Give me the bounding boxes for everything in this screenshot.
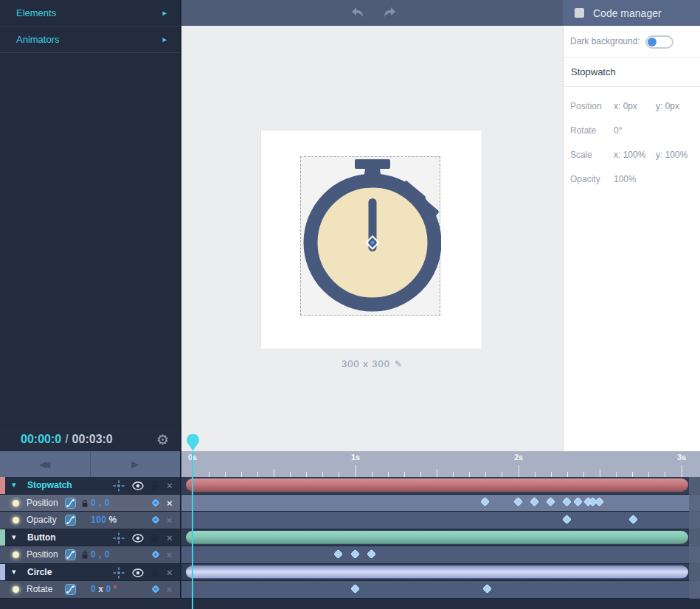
lock-icon[interactable]	[151, 568, 159, 580]
remove-track-icon[interactable]: ×	[167, 564, 173, 581]
track-header-button[interactable]: ▾ Button ×	[0, 529, 180, 547]
code-manager-header[interactable]: Code manager	[563, 0, 700, 26]
timeline-row-button[interactable]	[181, 529, 700, 547]
collapse-icon[interactable]: ▾	[12, 564, 16, 580]
rewind-button[interactable]: ◀◀	[0, 451, 90, 477]
opacity-readout: Opacity 100%	[564, 167, 700, 192]
keyframe-diamond[interactable]	[513, 497, 523, 507]
edit-size-pencil-icon[interactable]: ✎	[395, 359, 403, 369]
add-keyframe-button[interactable]	[151, 551, 159, 559]
animator-bulb-icon	[13, 586, 19, 593]
property-value[interactable]: 0 , 0	[91, 495, 112, 512]
value-lock-icon[interactable]	[82, 551, 88, 561]
keyframe-diamond[interactable]	[530, 497, 539, 507]
track-name: Stopwatch	[27, 477, 72, 494]
settings-gear-icon[interactable]: ⚙	[156, 433, 169, 447]
property-value[interactable]: 0 , 0	[91, 546, 112, 563]
lock-icon[interactable]	[151, 534, 159, 545]
track-stopwatch-position[interactable]: Position 0 , 0 ×	[0, 495, 180, 512]
property-readouts: Position x: 0px y: 0px Rotate 0° Scale x…	[564, 87, 700, 192]
easing-curve-icon[interactable]	[65, 498, 76, 511]
keyframe-diamond[interactable]	[350, 549, 360, 559]
duration-bar[interactable]	[186, 478, 688, 492]
timeline-end-strip	[689, 477, 700, 599]
duration-bar[interactable]	[186, 566, 688, 579]
keyframe-diamond[interactable]	[562, 497, 572, 507]
canvas-area[interactable]: 300 x 300✎	[181, 26, 563, 451]
track-stopwatch-opacity[interactable]: Opacity 100% ×	[0, 512, 180, 529]
remove-track-icon[interactable]: ×	[167, 477, 173, 494]
property-name: Opacity	[27, 512, 57, 529]
remove-property-icon[interactable]: ×	[167, 581, 173, 598]
code-manager-checkbox[interactable]	[575, 8, 584, 18]
collapse-icon[interactable]: ▾	[12, 529, 16, 546]
rewind-icon: ◀◀	[39, 459, 46, 470]
property-name: Position	[27, 546, 58, 563]
transform-origin-icon[interactable]	[113, 480, 125, 494]
timeline-row-circle-rotate[interactable]	[181, 581, 700, 599]
easing-curve-icon[interactable]	[65, 549, 76, 563]
undo-icon[interactable]	[350, 7, 366, 18]
track-color-strip	[0, 564, 5, 581]
keyframe-diamond[interactable]	[482, 584, 492, 594]
playhead-line[interactable]	[192, 451, 193, 609]
sidebar-item-label: Elements	[16, 7, 56, 18]
visibility-eye-icon[interactable]	[132, 481, 144, 493]
transform-origin-icon[interactable]	[113, 567, 125, 581]
timeline-bottom-strip	[0, 599, 700, 609]
remove-track-icon[interactable]: ×	[167, 529, 173, 546]
remove-property-icon[interactable]: ×	[167, 546, 173, 563]
remove-property-icon[interactable]: ×	[167, 512, 173, 529]
track-button-position[interactable]: Position 0 , 0 ×	[0, 546, 180, 564]
keyframe-diamond[interactable]	[562, 515, 572, 524]
selection-bounding-box[interactable]	[300, 156, 440, 316]
property-name: Rotate	[27, 581, 52, 598]
position-readout: Position x: 0px y: 0px	[564, 94, 700, 119]
timeline-row-button-position[interactable]	[181, 546, 700, 564]
keyframe-diamond[interactable]	[546, 497, 555, 507]
visibility-eye-icon[interactable]	[132, 534, 144, 545]
playhead-marker[interactable]	[187, 434, 199, 454]
easing-curve-icon[interactable]	[65, 584, 76, 597]
collapse-icon[interactable]: ▾	[12, 477, 16, 493]
remove-property-icon[interactable]: ×	[167, 495, 173, 512]
sidebar-item-elements[interactable]: Elements ▸	[0, 0, 180, 27]
timeline-row-stopwatch[interactable]	[181, 477, 700, 495]
track-header-circle[interactable]: ▾ Circle ×	[0, 564, 180, 582]
play-button[interactable]: ▶	[90, 451, 181, 477]
time-separator: /	[65, 433, 68, 446]
add-keyframe-button[interactable]	[151, 498, 159, 507]
easing-curve-icon[interactable]	[65, 515, 76, 528]
keyframe-diamond[interactable]	[334, 549, 344, 559]
stopwatch-graphic[interactable]	[301, 157, 441, 316]
keyframe-diamond[interactable]	[350, 584, 360, 594]
keyframe-diamond[interactable]	[629, 515, 639, 524]
duration-bar[interactable]	[186, 531, 688, 544]
property-value[interactable]: 0x0°	[91, 581, 119, 598]
timeline-row-circle[interactable]	[181, 564, 700, 582]
track-circle-rotate[interactable]: Rotate 0x0° ×	[0, 581, 180, 599]
lock-icon[interactable]	[151, 481, 159, 493]
keyframe-diamond[interactable]	[595, 497, 604, 507]
keyframe-diamond[interactable]	[573, 497, 583, 507]
track-header-stopwatch[interactable]: ▾ Stopwatch ×	[0, 477, 180, 495]
transform-origin-icon[interactable]	[113, 532, 125, 546]
value-lock-icon[interactable]	[82, 499, 88, 509]
sidebar-item-label: Animators	[16, 34, 60, 45]
sidebar-item-animators[interactable]: Animators ▸	[0, 27, 180, 53]
track-color-strip	[0, 529, 5, 546]
total-time: 00:03:0	[72, 433, 113, 446]
keyframe-diamond[interactable]	[480, 497, 490, 507]
property-value[interactable]: 100%	[91, 512, 119, 529]
time-display-row: 00:00:0 / 00:03:0 ⚙	[0, 428, 181, 451]
timeline-ruler[interactable]: 0s1s2s3s	[181, 451, 700, 477]
add-keyframe-button[interactable]	[151, 515, 159, 523]
artboard[interactable]	[260, 130, 482, 349]
visibility-eye-icon[interactable]	[132, 568, 144, 580]
timeline-row-stopwatch-position[interactable]	[181, 495, 700, 512]
dark-background-toggle[interactable]	[645, 35, 673, 49]
keyframe-diamond[interactable]	[367, 549, 376, 559]
add-keyframe-button[interactable]	[151, 585, 159, 594]
redo-icon[interactable]	[381, 7, 398, 18]
timeline-row-stopwatch-opacity[interactable]	[181, 512, 700, 529]
